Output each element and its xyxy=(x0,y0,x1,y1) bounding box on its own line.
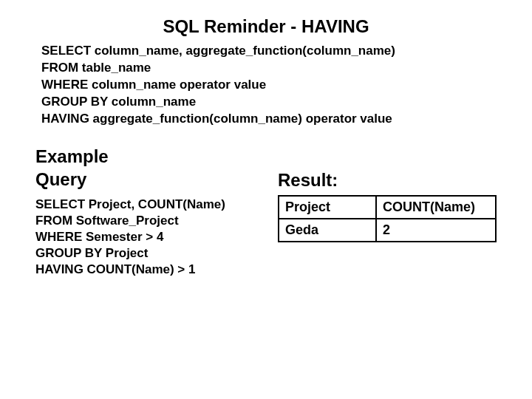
syntax-line: WHERE column_name operator value xyxy=(41,78,266,92)
query-line: SELECT Project, COUNT(Name) xyxy=(35,197,225,211)
example-heading: Example Query xyxy=(35,145,109,191)
example-query-block: SELECT Project, COUNT(Name) FROM Softwar… xyxy=(35,197,225,278)
table-header-cell: COUNT(Name) xyxy=(376,196,496,219)
syntax-line: SELECT column_name, aggregate_function(c… xyxy=(41,44,395,58)
query-line: FROM Software_Project xyxy=(35,214,179,228)
table-row: Geda 2 xyxy=(279,219,496,242)
slide: SQL Reminder - HAVING SELECT column_name… xyxy=(0,0,532,399)
result-heading: Result: xyxy=(278,170,338,191)
query-line: HAVING COUNT(Name) > 1 xyxy=(35,262,195,276)
slide-title: SQL Reminder - HAVING xyxy=(0,16,532,37)
example-heading-line: Query xyxy=(35,168,109,191)
syntax-line: GROUP BY column_name xyxy=(41,95,196,109)
table-cell: 2 xyxy=(376,219,496,242)
query-line: GROUP BY Project xyxy=(35,246,148,260)
sql-syntax-block: SELECT column_name, aggregate_function(c… xyxy=(41,43,395,128)
table-header-row: Project COUNT(Name) xyxy=(279,196,496,219)
result-table: Project COUNT(Name) Geda 2 xyxy=(278,195,497,242)
table-cell: Geda xyxy=(279,219,376,242)
syntax-line: HAVING aggregate_function(column_name) o… xyxy=(41,112,392,126)
example-heading-line: Example xyxy=(35,145,109,168)
table-header-cell: Project xyxy=(279,196,376,219)
syntax-line: FROM table_name xyxy=(41,61,151,75)
query-line: WHERE Semester > 4 xyxy=(35,230,163,244)
